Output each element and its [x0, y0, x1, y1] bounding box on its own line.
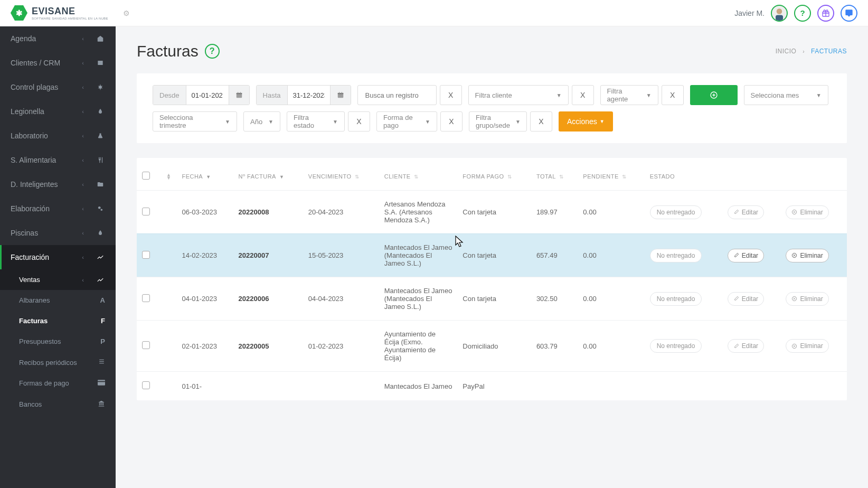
table-row[interactable]: 01-01- Mantecados El Jameo PayPal: [137, 372, 847, 401]
col-pendiente[interactable]: PENDIENTE: [578, 162, 644, 191]
col-pago[interactable]: FORMA PAGO: [457, 162, 531, 191]
row-checkbox[interactable]: [142, 208, 150, 215]
caret-down-icon: ▼: [225, 119, 230, 125]
nav-agenda[interactable]: Agenda ‹: [0, 26, 116, 51]
nav-presupuestos[interactable]: Presupuestos P: [0, 331, 116, 352]
col-factura[interactable]: Nº FACTURA: [233, 162, 303, 191]
cell-pago: Con tarjeta: [457, 277, 531, 321]
chevron-left-icon: ‹: [82, 181, 84, 187]
nav-inteligentes[interactable]: D. Inteligentes ‹: [0, 172, 116, 196]
delete-button[interactable]: Eliminar: [786, 292, 828, 306]
edit-button[interactable]: Editar: [728, 339, 764, 353]
nav-bancos[interactable]: Bancos: [0, 393, 116, 415]
gift-icon[interactable]: [817, 5, 834, 22]
table-row[interactable]: 14-02-2023 20220007 15-05-2023 Mantecado…: [137, 234, 847, 277]
date-to-input[interactable]: [288, 86, 330, 105]
cell-estado: No entregado: [645, 191, 722, 234]
chat-icon[interactable]: [841, 5, 857, 22]
nav-elaboracion[interactable]: Elaboración ‹: [0, 196, 116, 221]
add-button[interactable]: [690, 85, 738, 105]
clear-grupo-button[interactable]: X: [530, 111, 552, 132]
edit-button[interactable]: Editar: [728, 292, 764, 306]
date-from-group: Desde: [153, 85, 250, 105]
cell-pago: Con tarjeta: [457, 234, 531, 277]
svg-point-5: [98, 207, 101, 209]
cell-total: 189.97: [531, 191, 578, 234]
calendar-icon[interactable]: [229, 86, 249, 105]
clear-estado-button[interactable]: X: [348, 111, 370, 132]
calendar-icon[interactable]: [330, 86, 351, 105]
delete-button[interactable]: Eliminar: [786, 249, 828, 262]
filter-agente-dropdown[interactable]: Filtra agente ▼: [600, 85, 658, 105]
col-sort[interactable]: ▲▼: [159, 162, 176, 191]
cell-pago: Con tarjeta: [457, 191, 531, 234]
list-icon: [98, 358, 105, 367]
col-fecha[interactable]: FECHA: [176, 162, 233, 191]
nav-ventas[interactable]: Ventas ‹: [0, 269, 116, 290]
filter-mes-dropdown[interactable]: Selecciona mes ▼: [744, 85, 828, 105]
svg-rect-3: [98, 61, 102, 65]
table-row[interactable]: 02-01-2023 20220005 01-02-2023 Ayuntamie…: [137, 321, 847, 372]
user-name: Javier M.: [734, 9, 765, 17]
settings-gear-icon[interactable]: ⚙: [123, 9, 130, 17]
edit-button[interactable]: Editar: [728, 205, 764, 219]
filter-pago-dropdown[interactable]: Forma de pago ▼: [376, 111, 437, 132]
filter-estado-dropdown[interactable]: Filtra estado ▼: [287, 111, 345, 132]
nav-legionella[interactable]: Legionella ‹: [0, 99, 116, 124]
nav-piscinas[interactable]: Piscinas ‹: [0, 221, 116, 245]
filter-anio-dropdown[interactable]: Año ▼: [243, 111, 280, 132]
table-row[interactable]: 04-01-2023 20220006 04-04-2023 Mantecado…: [137, 277, 847, 321]
delete-button[interactable]: Eliminar: [786, 205, 828, 219]
filter-cliente-dropdown[interactable]: Filtra cliente ▼: [468, 85, 569, 105]
nav-recibos[interactable]: Recibos periódicos: [0, 352, 116, 373]
row-checkbox[interactable]: [142, 294, 150, 302]
select-all-checkbox[interactable]: [142, 172, 150, 180]
table-row[interactable]: 06-03-2023 20220008 20-04-2023 Artesanos…: [137, 191, 847, 234]
nav-laboratorio[interactable]: Laboratorio ‹: [0, 124, 116, 148]
clear-agente-button[interactable]: X: [662, 85, 684, 105]
clear-cliente-button[interactable]: X: [572, 85, 594, 105]
nav-facturacion[interactable]: Facturación ‹: [0, 245, 116, 269]
page-help-icon[interactable]: ?: [205, 44, 220, 59]
filter-grupo-dropdown[interactable]: Filtra grupo/sede ▼: [469, 111, 527, 132]
svg-rect-7: [99, 360, 104, 360]
cell-pago: PayPal: [457, 372, 531, 401]
search-input[interactable]: [357, 85, 437, 105]
edit-button[interactable]: Editar: [728, 249, 764, 262]
cell-pend: 0.00: [578, 277, 644, 321]
nav-formas-pago[interactable]: Formas de pago: [0, 373, 116, 393]
filter-trimestre-dropdown[interactable]: Selecciona trimestre ▼: [153, 111, 237, 132]
date-from-input[interactable]: [186, 86, 229, 105]
acciones-button[interactable]: Acciones ▼: [559, 111, 613, 132]
cell-fecha: 04-01-2023: [176, 277, 233, 321]
row-checkbox[interactable]: [142, 251, 150, 259]
chevron-left-icon: ‹: [82, 84, 84, 90]
cell-num: 20220008: [233, 191, 303, 234]
caret-down-icon: ▼: [556, 92, 562, 98]
breadcrumb-home[interactable]: INICIO: [776, 48, 797, 55]
help-icon[interactable]: ?: [794, 5, 811, 22]
nav-clientes[interactable]: Clientes / CRM ‹: [0, 51, 116, 75]
nav-alimentaria[interactable]: S. Alimentaria ‹: [0, 148, 116, 172]
nav-facturas[interactable]: Facturas F: [0, 311, 116, 331]
col-vencimiento[interactable]: VENCIMIENTO: [303, 162, 379, 191]
user-avatar[interactable]: [771, 5, 788, 22]
flask-icon: [96, 132, 105, 139]
cell-estado: No entregado: [645, 277, 722, 321]
col-cliente[interactable]: CLIENTE: [379, 162, 458, 191]
clear-search-button[interactable]: X: [440, 85, 462, 105]
chevron-left-icon: ‹: [82, 230, 84, 236]
row-checkbox[interactable]: [142, 381, 150, 389]
letter-f-icon: F: [101, 317, 105, 325]
row-checkbox[interactable]: [142, 341, 150, 349]
delete-button[interactable]: Eliminar: [786, 339, 828, 353]
col-total[interactable]: TOTAL: [531, 162, 578, 191]
cell-num: 20220006: [233, 277, 303, 321]
clear-pago-button[interactable]: X: [440, 111, 463, 132]
utensils-icon: [96, 156, 105, 164]
cogs-icon: [96, 205, 105, 212]
caret-down-icon: ▼: [816, 92, 822, 98]
nav-albaranes[interactable]: Albaranes A: [0, 290, 116, 311]
svg-rect-11: [98, 381, 105, 382]
nav-control-plagas[interactable]: Control plagas ‹: [0, 75, 116, 99]
